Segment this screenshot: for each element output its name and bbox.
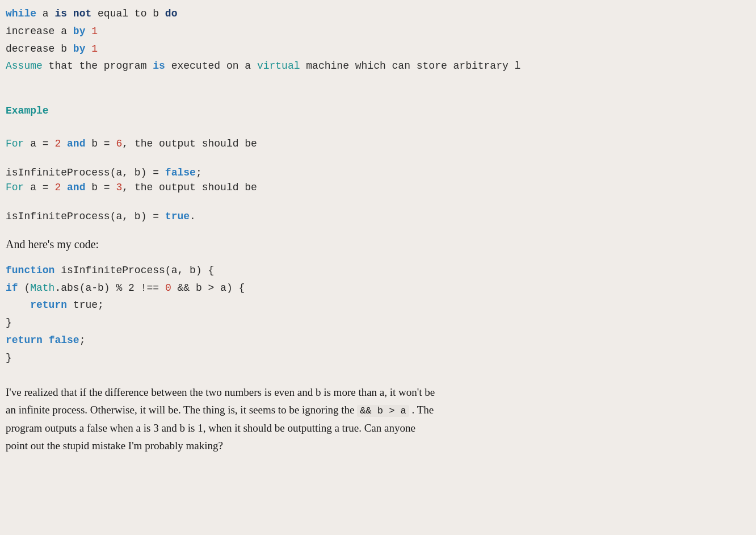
value-3: 3 bbox=[116, 182, 122, 193]
keyword-is-not: is not bbox=[54, 8, 91, 19]
keyword-do: do bbox=[165, 8, 178, 19]
keyword-by-2: by bbox=[73, 43, 86, 55]
keyword-while: while bbox=[6, 8, 36, 19]
value-true: true bbox=[165, 211, 190, 222]
keyword-is: is bbox=[153, 60, 165, 72]
final-line-4: point out the stupid mistake I'm probabl… bbox=[6, 437, 738, 454]
keyword-assume: Assume bbox=[6, 60, 43, 72]
and-heres-heading: And here's my code: bbox=[6, 238, 744, 251]
keyword-return-1: return bbox=[30, 299, 67, 311]
final-line-1: I've realized that if the difference bet… bbox=[6, 383, 738, 401]
code-return-true-line: return true; bbox=[6, 297, 744, 314]
code-line-decrease: decrease b by 1 bbox=[6, 41, 744, 57]
final-line-3: program outputs a false when a is 3 and … bbox=[6, 419, 738, 437]
value-6: 6 bbox=[116, 138, 122, 149]
final-line-2: an infinite process. Otherwise, it will … bbox=[6, 401, 738, 419]
keyword-virtual: virtual bbox=[257, 60, 300, 72]
final-paragraph: I've realized that if the difference bet… bbox=[6, 383, 738, 455]
section-example-label: Example bbox=[6, 105, 744, 116]
value-2a: 2 bbox=[54, 138, 61, 149]
code-line-while: while a is not equal to b do bbox=[6, 6, 744, 22]
keyword-function: function bbox=[6, 265, 54, 276]
keyword-and-1: and bbox=[67, 138, 85, 149]
code-if-line: if (Math.abs(a-b) % 2 !== 0 && b > a) { bbox=[6, 280, 744, 296]
keyword-for-1: For bbox=[6, 138, 24, 149]
value-2b: 2 bbox=[54, 182, 61, 193]
example-line-1: For a = 2 and b = 6, the output should b… bbox=[6, 136, 744, 152]
code-close-brace-2: } bbox=[6, 350, 744, 366]
keyword-false-return: false bbox=[49, 335, 79, 346]
inline-code-condition: && b > a bbox=[357, 405, 409, 417]
number-1a: 1 bbox=[85, 26, 98, 37]
keyword-if: if bbox=[6, 282, 18, 294]
number-1b: 1 bbox=[85, 43, 98, 55]
code-close-brace-1: } bbox=[6, 315, 744, 331]
output-false-line: isInfiniteProcess(a, b) = false; bbox=[6, 167, 744, 178]
code-line-increase: increase a by 1 bbox=[6, 23, 744, 40]
math-object: Math bbox=[30, 282, 54, 294]
keyword-by-1: by bbox=[73, 26, 86, 37]
main-content: while a is not equal to b do increase a … bbox=[6, 6, 744, 455]
value-false: false bbox=[165, 167, 196, 178]
keyword-for-2: For bbox=[6, 182, 24, 193]
code-line-assume: Assume that the program is executed on a… bbox=[6, 58, 744, 74]
code-function-line: function isInfiniteProcess(a, b) { bbox=[6, 262, 744, 279]
keyword-return-2: return bbox=[6, 335, 43, 346]
keyword-and-2: and bbox=[67, 182, 85, 193]
number-zero: 0 bbox=[165, 282, 171, 294]
code-return-false-line: return false; bbox=[6, 332, 744, 349]
output-true-line: isInfiniteProcess(a, b) = true. bbox=[6, 211, 744, 222]
example-line-2: For a = 2 and b = 3, the output should b… bbox=[6, 179, 744, 196]
